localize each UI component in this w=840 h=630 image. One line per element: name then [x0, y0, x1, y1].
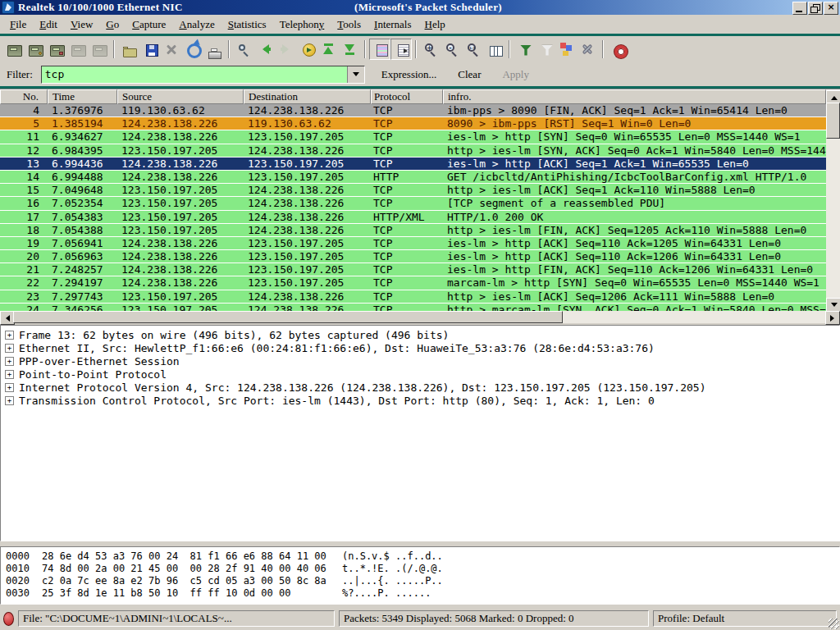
- column-header-protocol[interactable]: Protocol: [371, 89, 443, 104]
- cell-info: marcam-lm > http [SYN] Seq=0 Win=65535 L…: [443, 276, 826, 289]
- resize-grip[interactable]: [829, 619, 839, 629]
- apply-button[interactable]: Apply: [497, 66, 534, 83]
- packet-row-17[interactable]: 177.054383123.150.197.205124.238.138.226…: [0, 211, 826, 224]
- zoom-in-button[interactable]: [420, 39, 441, 60]
- resize-columns-button[interactable]: [484, 39, 505, 60]
- detail-pppoe[interactable]: +PPP-over-Ethernet Session: [1, 354, 839, 368]
- hscroll-thumb[interactable]: [13, 311, 563, 323]
- packet-row-23[interactable]: 237.297743123.150.197.205124.238.138.226…: [0, 290, 826, 304]
- column-header-info[interactable]: infro.: [443, 89, 826, 104]
- detail-ip[interactable]: +Internet Protocol Version 4, Src: 124.2…: [1, 381, 839, 394]
- column-header-no[interactable]: No.: [0, 89, 48, 104]
- packet-row-20[interactable]: 207.056963124.238.138.226123.150.197.205…: [0, 250, 826, 263]
- filter-dropdown-icon[interactable]: [347, 66, 364, 83]
- preferences-icon: [581, 43, 596, 56]
- cell-no: 13: [0, 158, 48, 170]
- restore-button[interactable]: [808, 2, 823, 15]
- column-header-source[interactable]: Source: [117, 89, 244, 104]
- menu-view[interactable]: View: [64, 16, 99, 33]
- preferences-button[interactable]: [578, 39, 599, 60]
- help-button[interactable]: [607, 39, 628, 60]
- packet-row-5[interactable]: 51.385194124.238.138.226119.130.63.62TCP…: [0, 117, 826, 130]
- menu-statistics[interactable]: Statistics: [221, 16, 273, 33]
- menu-file[interactable]: File: [3, 16, 33, 33]
- expander-icon[interactable]: +: [5, 344, 14, 353]
- list-interfaces-button[interactable]: [3, 39, 25, 60]
- packet-row-4[interactable]: 41.376976119.130.63.62124.238.138.226TCP…: [0, 104, 826, 117]
- scroll-down-icon[interactable]: [826, 298, 840, 312]
- print-button[interactable]: [203, 39, 225, 60]
- zoom-100-button[interactable]: [463, 39, 484, 60]
- colorize-toggle-button[interactable]: [369, 39, 390, 60]
- cell-info: ies-lm > http [SYN] Seq=0 Win=65535 Len=…: [443, 130, 826, 143]
- vscroll-thumb[interactable]: [826, 103, 840, 139]
- menu-analyze[interactable]: Analyze: [172, 16, 221, 33]
- packet-row-16[interactable]: 167.052354123.150.197.205124.238.138.226…: [0, 197, 826, 210]
- detail-text: Transmission Control Protocol, Src Port:…: [19, 395, 655, 407]
- save-file-button[interactable]: [139, 39, 161, 60]
- capture-restart-button[interactable]: [89, 39, 110, 60]
- expander-icon[interactable]: +: [5, 383, 14, 392]
- zoom-out-button[interactable]: [441, 39, 463, 60]
- menu-telephony[interactable]: Telephony: [273, 16, 331, 33]
- capture-stop-button[interactable]: [67, 39, 89, 60]
- packet-row-11[interactable]: 116.934627124.238.138.226123.150.197.205…: [0, 130, 826, 144]
- wireshark-window: { "window": { "title": "Realtek 10/100/1…: [0, 0, 840, 630]
- find-packet-button[interactable]: [233, 39, 254, 60]
- capture-start-icon: [50, 45, 65, 57]
- packet-list-vscrollbar[interactable]: [826, 90, 840, 312]
- filter-input[interactable]: [42, 66, 347, 83]
- close-file-button[interactable]: [161, 39, 182, 60]
- detail-frame[interactable]: +Frame 13: 62 bytes on wire (496 bits), …: [1, 328, 839, 341]
- menu-capture[interactable]: Capture: [126, 16, 172, 33]
- hex-ascii: %?....P. ......: [342, 587, 839, 600]
- go-forward-button[interactable]: [276, 39, 297, 60]
- go-back-button[interactable]: [254, 39, 276, 60]
- scroll-right-icon[interactable]: [825, 311, 840, 325]
- packet-row-19[interactable]: 197.056941124.238.138.226123.150.197.205…: [0, 237, 826, 250]
- packet-row-21[interactable]: 217.248257124.238.138.226123.150.197.205…: [0, 263, 826, 276]
- menu-help[interactable]: Help: [418, 16, 452, 33]
- colorize-toggle-icon: [377, 44, 388, 57]
- cell-destination: 124.238.138.226: [244, 224, 371, 236]
- expression-button[interactable]: Expression...: [377, 66, 442, 83]
- minimize-button[interactable]: [792, 2, 807, 15]
- coloring-rules-button[interactable]: [556, 39, 578, 60]
- autoscroll-toggle-button[interactable]: [390, 39, 412, 60]
- go-to-packet-button[interactable]: [297, 39, 318, 60]
- expander-icon[interactable]: +: [5, 370, 14, 379]
- packet-row-22[interactable]: 227.294197124.238.138.226123.150.197.205…: [0, 276, 826, 290]
- open-file-button[interactable]: [118, 39, 139, 60]
- go-to-bottom-button[interactable]: [340, 39, 361, 60]
- expander-icon[interactable]: +: [5, 331, 14, 340]
- clear-button[interactable]: Clear: [453, 66, 486, 83]
- packet-row-14[interactable]: 146.994488124.238.138.226123.150.197.205…: [0, 171, 826, 184]
- menu-tools[interactable]: Tools: [331, 16, 368, 33]
- detail-tcp[interactable]: +Transmission Control Protocol, Src Port…: [1, 394, 839, 407]
- expander-icon[interactable]: +: [5, 396, 14, 405]
- capture-start-button[interactable]: [46, 39, 67, 60]
- display-filter-button[interactable]: [535, 39, 556, 60]
- expert-info-icon[interactable]: [3, 612, 14, 626]
- reload-button[interactable]: [182, 39, 203, 60]
- menu-go[interactable]: Go: [99, 16, 126, 33]
- packet-row-18[interactable]: 187.054388123.150.197.205124.238.138.226…: [0, 224, 826, 237]
- capture-filter-button[interactable]: [514, 39, 535, 60]
- detail-ethernet[interactable]: +Ethernet II, Src: HewlettP_f1:66:e6 (00…: [1, 341, 839, 354]
- expander-icon[interactable]: +: [5, 357, 14, 366]
- column-header-destination[interactable]: Destination: [244, 89, 371, 104]
- column-header-time[interactable]: Time: [48, 89, 117, 104]
- cell-protocol: TCP: [371, 184, 443, 196]
- packet-row-15[interactable]: 157.049648123.150.197.205124.238.138.226…: [0, 184, 826, 197]
- cell-source: 124.238.138.226: [117, 158, 244, 170]
- packet-row-13[interactable]: 136.994436124.238.138.226123.150.197.205…: [0, 158, 826, 171]
- packet-row-12[interactable]: 126.984395123.150.197.205124.238.138.226…: [0, 144, 826, 158]
- detail-ppp[interactable]: +Point-to-Point Protocol: [1, 368, 839, 381]
- go-to-top-button[interactable]: [318, 39, 340, 60]
- capture-options-button[interactable]: [25, 39, 46, 60]
- menu-bar: FileEditViewGoCaptureAnalyzeStatisticsTe…: [0, 15, 840, 34]
- menu-internals[interactable]: Internals: [368, 16, 418, 33]
- close-button[interactable]: [824, 2, 838, 15]
- menu-edit[interactable]: Edit: [33, 16, 64, 33]
- packet-list-hscrollbar[interactable]: [0, 311, 840, 323]
